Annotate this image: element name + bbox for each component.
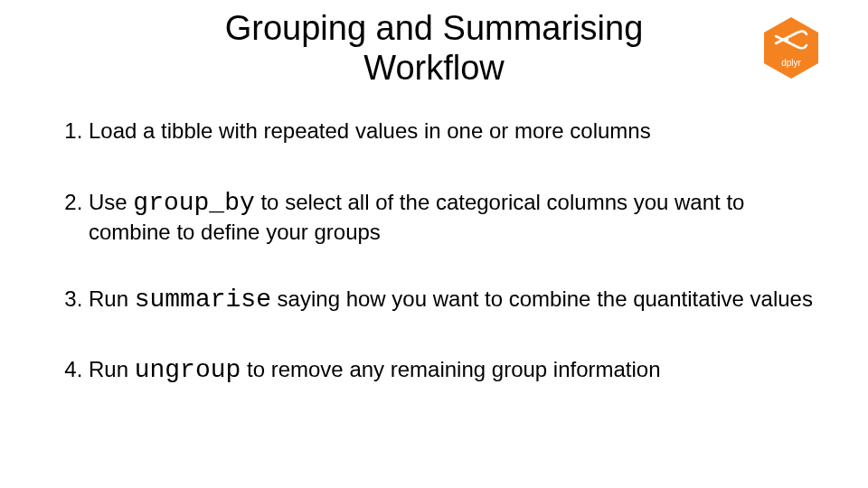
- item-pre: Use: [89, 190, 133, 214]
- dplyr-logo: dplyr: [763, 16, 819, 80]
- slide: Grouping and Summarising Workflow dplyr …: [0, 0, 868, 488]
- list-item: Run ungroup to remove any remaining grou…: [89, 355, 868, 386]
- title-line-1: Grouping and Summarising: [225, 9, 644, 47]
- logo-label: dplyr: [781, 58, 801, 68]
- list-item: Run summarise saying how you want to com…: [89, 285, 868, 315]
- workflow-list: Load a tibble with repeated values in on…: [0, 117, 868, 386]
- dplyr-hex-icon: dplyr: [763, 16, 819, 80]
- list-item: Use group_by to select all of the catego…: [89, 188, 868, 245]
- item-code: ungroup: [135, 356, 241, 384]
- item-post: to remove any remaining group informatio…: [241, 357, 660, 381]
- item-pre: Run: [89, 357, 135, 381]
- title-line-2: Workflow: [363, 49, 505, 87]
- svg-marker-0: [764, 17, 818, 79]
- list-item: Load a tibble with repeated values in on…: [89, 117, 868, 147]
- page-title: Grouping and Summarising Workflow: [0, 9, 868, 88]
- item-code: summarise: [135, 286, 271, 314]
- item-pre: Run: [89, 286, 135, 311]
- item-post: saying how you want to combine the quant…: [271, 286, 813, 311]
- svg-point-1: [785, 38, 788, 42]
- title-block: Grouping and Summarising Workflow: [0, 0, 868, 88]
- item-code: group_by: [133, 189, 254, 217]
- item-pre: Load a tibble with repeated values in on…: [89, 118, 651, 143]
